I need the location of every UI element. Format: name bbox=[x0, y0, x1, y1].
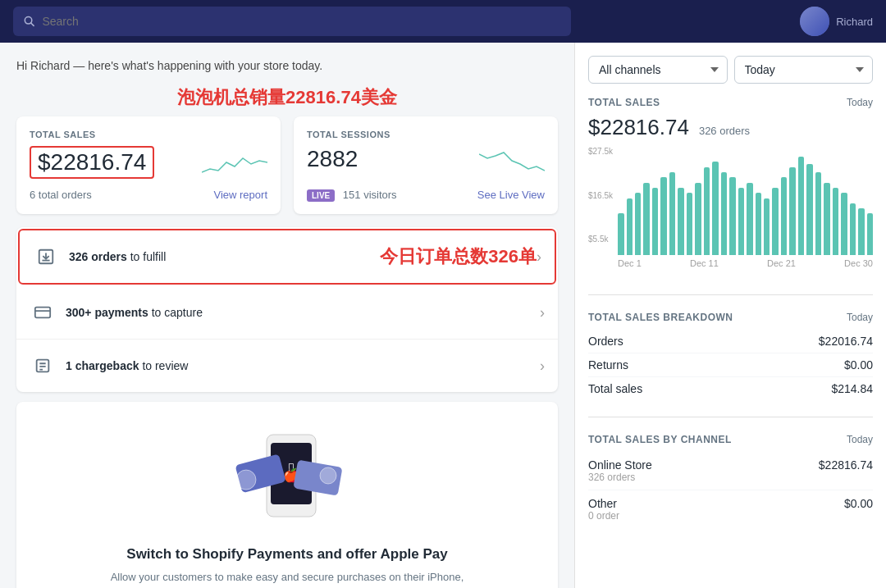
channel-sub-online: 326 orders bbox=[588, 472, 873, 483]
y-label-top: $27.5k bbox=[588, 147, 613, 156]
bar-col bbox=[643, 183, 649, 255]
breakdown-label-orders: Orders bbox=[588, 335, 623, 348]
breakdown-row-returns: Returns $0.00 bbox=[588, 353, 873, 377]
promo-title: Switch to Shopify Payments and offer App… bbox=[33, 546, 541, 563]
download-icon bbox=[33, 244, 59, 270]
bar-col bbox=[627, 198, 633, 255]
chart-container: $27.5k $16.5k $5.5k Dec 1 Dec 11 Dec 21 … bbox=[588, 147, 873, 278]
breakdown-value-total: $214.84 bbox=[831, 382, 873, 395]
bar-col bbox=[678, 188, 683, 255]
sessions-sparkline bbox=[479, 146, 545, 179]
chargeback-action-item[interactable]: 1 chargeback to review › bbox=[16, 340, 558, 392]
right-total-sales-value: $22816.74 bbox=[588, 115, 689, 140]
nav-username: Richard bbox=[836, 16, 873, 28]
stat-content-sessions: 2882 bbox=[307, 146, 545, 179]
breakdown-date: Today bbox=[847, 312, 873, 323]
breakdown-label-returns: Returns bbox=[588, 358, 628, 371]
promo-card:  🍎 Switch to Shopify Payments and offer… bbox=[16, 402, 558, 588]
see-live-view-link[interactable]: See Live View bbox=[477, 189, 545, 201]
main-layout: Hi Richard — here's what's happening wit… bbox=[0, 43, 886, 588]
breakdown-row-orders: Orders $22016.74 bbox=[588, 330, 873, 353]
promo-desc: Allow your customers to make easy and se… bbox=[107, 569, 468, 588]
total-sessions-value: 2882 bbox=[307, 146, 358, 172]
channel-row-online-top: Online Store $22816.74 bbox=[588, 458, 873, 472]
svg-rect-5 bbox=[35, 308, 50, 318]
bar-col bbox=[695, 183, 701, 255]
bar-col bbox=[850, 203, 856, 255]
bar-col bbox=[798, 157, 804, 255]
total-sessions-label: TOTAL SESSIONS bbox=[307, 130, 545, 139]
breakdown-label-total: Total sales bbox=[588, 382, 642, 395]
right-panel: All channels Online Store Other Today Ye… bbox=[574, 43, 886, 588]
fulfill-chevron: › bbox=[537, 248, 541, 266]
bar-col bbox=[841, 193, 847, 255]
view-report-link[interactable]: View report bbox=[213, 189, 267, 201]
bar-col bbox=[652, 188, 658, 255]
bar-col bbox=[833, 188, 838, 255]
channel-value-online: $22816.74 bbox=[819, 458, 873, 472]
bar-col bbox=[764, 198, 770, 255]
right-total-sales-orders: 326 orders bbox=[699, 125, 750, 137]
channel-select[interactable]: All channels Online Store Other bbox=[588, 56, 728, 84]
by-channel-section: TOTAL SALES BY CHANNEL Today Online Stor… bbox=[588, 434, 873, 545]
live-badge: LIVE bbox=[307, 189, 335, 202]
channel-rows: Online Store $22816.74 326 orders Other … bbox=[588, 452, 873, 528]
by-channel-title: TOTAL SALES BY CHANNEL bbox=[588, 434, 732, 445]
breakdown-title: TOTAL SALES BREAKDOWN bbox=[588, 312, 733, 323]
bar-chart bbox=[618, 157, 873, 255]
bar-col bbox=[772, 188, 778, 255]
stats-row: TOTAL SALES $22816.74 6 total orders Vie… bbox=[16, 116, 558, 214]
chargeback-count: 1 chargeback bbox=[66, 359, 139, 372]
breakdown-row-total: Total sales $214.84 bbox=[588, 377, 873, 400]
bar-col bbox=[738, 188, 744, 255]
search-input[interactable] bbox=[42, 15, 561, 28]
total-sales-value: $22816.74 bbox=[30, 146, 154, 179]
payments-action-item[interactable]: 300+ payments to capture › bbox=[16, 286, 558, 340]
breakdown-rows: Orders $22016.74 Returns $0.00 Total sal… bbox=[588, 330, 873, 400]
payments-count: 300+ payments bbox=[66, 306, 148, 319]
right-total-sales-date: Today bbox=[847, 97, 873, 108]
bar-col bbox=[669, 172, 675, 255]
date-select[interactable]: Today Yesterday Last 7 days Last 30 days bbox=[734, 56, 874, 84]
channel-sub-other: 0 order bbox=[588, 510, 873, 522]
search-icon bbox=[23, 15, 35, 28]
bar-col bbox=[806, 164, 812, 255]
bar-col bbox=[867, 213, 873, 255]
by-channel-header: TOTAL SALES BY CHANNEL Today bbox=[588, 434, 873, 445]
nav-right: Richard bbox=[800, 7, 873, 36]
order-annotation: 今日订单总数326单 bbox=[380, 244, 537, 269]
greeting-text: Hi Richard — here's what's happening wit… bbox=[16, 59, 558, 72]
bar-col bbox=[729, 177, 735, 255]
channel-row-other-top: Other $0.00 bbox=[588, 497, 873, 510]
payments-chevron: › bbox=[540, 304, 545, 321]
channel-row-other: Other $0.00 0 order bbox=[588, 490, 873, 528]
channel-name-online: Online Store bbox=[588, 458, 652, 472]
payments-action-text: 300+ payments to capture bbox=[66, 306, 540, 319]
right-total-sales-header: TOTAL SALES Today bbox=[588, 97, 873, 108]
search-bar[interactable] bbox=[13, 7, 571, 36]
total-sales-label: TOTAL SALES bbox=[30, 130, 267, 139]
svg-point-17 bbox=[236, 470, 256, 490]
breakdown-value-orders: $22016.74 bbox=[819, 335, 873, 348]
right-total-sales-section: TOTAL SALES Today $22816.74 326 orders $… bbox=[588, 97, 873, 295]
card-icon bbox=[30, 299, 56, 326]
fulfill-action-item[interactable]: 326 orders to fulfill 今日订单总数326单 › bbox=[18, 229, 556, 285]
right-panel-header: All channels Online Store Other Today Ye… bbox=[588, 56, 873, 84]
bar-col bbox=[618, 213, 623, 255]
svg-point-18 bbox=[320, 467, 336, 484]
chart-x-labels: Dec 1 Dec 11 Dec 21 Dec 30 bbox=[618, 258, 873, 268]
annotation-banner: 泡泡机总销量22816.74美金 bbox=[16, 85, 558, 110]
bar-col bbox=[721, 172, 727, 255]
bar-col bbox=[660, 177, 666, 255]
chargeback-chevron: › bbox=[540, 358, 545, 375]
y-axis: $27.5k $16.5k $5.5k bbox=[588, 147, 613, 245]
stat-content-sales: $22816.74 bbox=[30, 146, 267, 179]
breakdown-value-returns: $0.00 bbox=[844, 358, 873, 371]
chargeback-action-text: 1 chargeback to review bbox=[66, 359, 540, 372]
x-label-1: Dec 1 bbox=[618, 258, 642, 268]
total-sales-card: TOTAL SALES $22816.74 6 total orders Vie… bbox=[16, 116, 281, 214]
svg-line-1 bbox=[31, 23, 34, 25]
fulfill-count: 326 orders bbox=[69, 250, 127, 263]
sales-footer: 6 total orders View report bbox=[30, 189, 267, 201]
bar-chart-area: Dec 1 Dec 11 Dec 21 Dec 30 bbox=[618, 147, 873, 278]
